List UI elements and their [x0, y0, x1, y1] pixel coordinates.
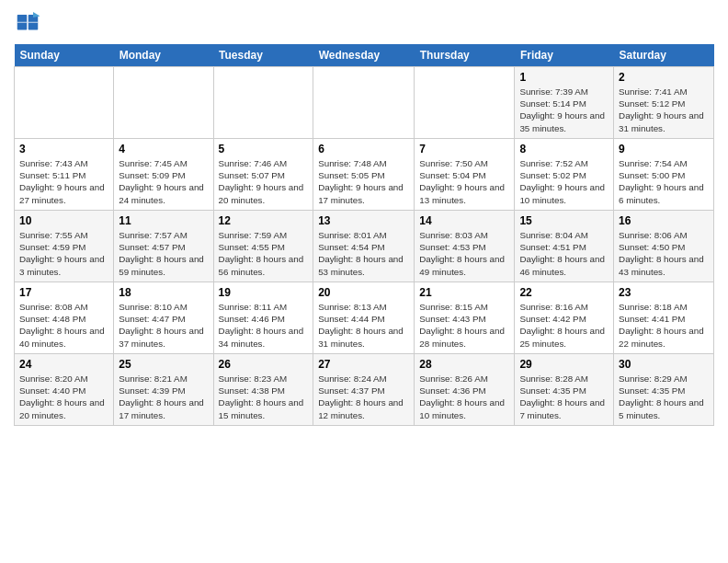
calendar-cell: 3Sunrise: 7:43 AM Sunset: 5:11 PM Daylig…	[15, 139, 114, 211]
calendar-header-row: SundayMondayTuesdayWednesdayThursdayFrid…	[15, 44, 714, 67]
calendar-cell: 19Sunrise: 8:11 AM Sunset: 4:46 PM Dayli…	[213, 282, 313, 354]
day-number: 19	[219, 286, 309, 299]
day-header-wednesday: Wednesday	[313, 44, 415, 67]
calendar-cell: 11Sunrise: 7:57 AM Sunset: 4:57 PM Dayli…	[114, 211, 213, 282]
day-info: Sunrise: 7:50 AM Sunset: 5:04 PM Dayligh…	[419, 157, 509, 206]
day-info: Sunrise: 7:46 AM Sunset: 5:07 PM Dayligh…	[219, 157, 309, 206]
day-number: 1	[519, 71, 609, 84]
calendar-cell: 1Sunrise: 7:39 AM Sunset: 5:14 PM Daylig…	[515, 67, 614, 139]
logo	[14, 9, 45, 37]
day-info: Sunrise: 7:57 AM Sunset: 4:57 PM Dayligh…	[119, 229, 208, 278]
calendar-cell: 24Sunrise: 8:20 AM Sunset: 4:40 PM Dayli…	[15, 354, 114, 426]
calendar-body: 1Sunrise: 7:39 AM Sunset: 5:14 PM Daylig…	[15, 67, 714, 426]
day-number: 5	[219, 143, 309, 155]
calendar-cell: 14Sunrise: 8:03 AM Sunset: 4:53 PM Dayli…	[415, 211, 515, 282]
day-info: Sunrise: 8:18 AM Sunset: 4:41 PM Dayligh…	[619, 301, 709, 350]
day-info: Sunrise: 7:39 AM Sunset: 5:14 PM Dayligh…	[519, 86, 609, 134]
day-number: 11	[119, 214, 208, 227]
logo-icon	[14, 9, 41, 37]
day-info: Sunrise: 8:10 AM Sunset: 4:47 PM Dayligh…	[119, 301, 208, 350]
week-row-4: 17Sunrise: 8:08 AM Sunset: 4:48 PM Dayli…	[15, 282, 714, 354]
day-info: Sunrise: 8:06 AM Sunset: 4:50 PM Dayligh…	[619, 229, 709, 278]
week-row-3: 10Sunrise: 7:55 AM Sunset: 4:59 PM Dayli…	[15, 211, 714, 282]
day-info: Sunrise: 8:29 AM Sunset: 4:35 PM Dayligh…	[619, 373, 709, 421]
day-info: Sunrise: 8:26 AM Sunset: 4:36 PM Dayligh…	[419, 373, 509, 421]
day-info: Sunrise: 8:15 AM Sunset: 4:43 PM Dayligh…	[419, 301, 509, 350]
calendar-cell: 28Sunrise: 8:26 AM Sunset: 4:36 PM Dayli…	[415, 354, 515, 426]
day-info: Sunrise: 7:54 AM Sunset: 5:00 PM Dayligh…	[619, 157, 709, 206]
day-number: 12	[219, 214, 309, 227]
day-info: Sunrise: 8:23 AM Sunset: 4:38 PM Dayligh…	[219, 373, 309, 421]
day-header-friday: Friday	[515, 44, 614, 67]
day-header-monday: Monday	[114, 44, 213, 67]
day-number: 9	[619, 143, 709, 155]
calendar-cell: 29Sunrise: 8:28 AM Sunset: 4:35 PM Dayli…	[515, 354, 614, 426]
day-number: 30	[619, 358, 709, 371]
week-row-2: 3Sunrise: 7:43 AM Sunset: 5:11 PM Daylig…	[15, 139, 714, 211]
day-info: Sunrise: 8:16 AM Sunset: 4:42 PM Dayligh…	[519, 301, 609, 350]
day-info: Sunrise: 8:08 AM Sunset: 4:48 PM Dayligh…	[19, 301, 108, 350]
calendar-cell: 2Sunrise: 7:41 AM Sunset: 5:12 PM Daylig…	[614, 67, 714, 139]
calendar-cell: 5Sunrise: 7:46 AM Sunset: 5:07 PM Daylig…	[213, 139, 313, 211]
calendar-cell: 10Sunrise: 7:55 AM Sunset: 4:59 PM Dayli…	[15, 211, 114, 282]
day-number: 14	[419, 214, 509, 227]
calendar-cell: 18Sunrise: 8:10 AM Sunset: 4:47 PM Dayli…	[114, 282, 213, 354]
day-header-tuesday: Tuesday	[213, 44, 313, 67]
calendar-cell: 23Sunrise: 8:18 AM Sunset: 4:41 PM Dayli…	[614, 282, 714, 354]
day-number: 2	[619, 71, 709, 84]
day-number: 7	[419, 143, 509, 155]
day-number: 20	[318, 286, 409, 299]
calendar-cell: 25Sunrise: 8:21 AM Sunset: 4:39 PM Dayli…	[114, 354, 213, 426]
day-number: 15	[519, 214, 609, 227]
calendar-cell: 6Sunrise: 7:48 AM Sunset: 5:05 PM Daylig…	[313, 139, 415, 211]
day-number: 16	[619, 214, 709, 227]
day-number: 4	[119, 143, 208, 155]
day-number: 21	[419, 286, 509, 299]
calendar-cell: 15Sunrise: 8:04 AM Sunset: 4:51 PM Dayli…	[515, 211, 614, 282]
calendar-cell: 16Sunrise: 8:06 AM Sunset: 4:50 PM Dayli…	[614, 211, 714, 282]
calendar-cell: 8Sunrise: 7:52 AM Sunset: 5:02 PM Daylig…	[515, 139, 614, 211]
day-header-thursday: Thursday	[415, 44, 515, 67]
calendar-cell	[415, 67, 515, 139]
day-info: Sunrise: 8:01 AM Sunset: 4:54 PM Dayligh…	[318, 229, 409, 278]
day-info: Sunrise: 8:28 AM Sunset: 4:35 PM Dayligh…	[519, 373, 609, 421]
day-header-sunday: Sunday	[15, 44, 114, 67]
calendar-cell: 21Sunrise: 8:15 AM Sunset: 4:43 PM Dayli…	[415, 282, 515, 354]
calendar-cell: 27Sunrise: 8:24 AM Sunset: 4:37 PM Dayli…	[313, 354, 415, 426]
calendar-cell	[114, 67, 213, 139]
day-number: 18	[119, 286, 208, 299]
day-number: 17	[19, 286, 108, 299]
calendar-cell: 13Sunrise: 8:01 AM Sunset: 4:54 PM Dayli…	[313, 211, 415, 282]
calendar-cell	[313, 67, 415, 139]
day-number: 25	[119, 358, 208, 371]
day-info: Sunrise: 7:43 AM Sunset: 5:11 PM Dayligh…	[19, 157, 108, 206]
day-info: Sunrise: 7:59 AM Sunset: 4:55 PM Dayligh…	[219, 229, 309, 278]
calendar-cell: 20Sunrise: 8:13 AM Sunset: 4:44 PM Dayli…	[313, 282, 415, 354]
calendar-cell: 17Sunrise: 8:08 AM Sunset: 4:48 PM Dayli…	[15, 282, 114, 354]
day-number: 22	[519, 286, 609, 299]
day-number: 29	[519, 358, 609, 371]
day-number: 28	[419, 358, 509, 371]
day-info: Sunrise: 8:24 AM Sunset: 4:37 PM Dayligh…	[318, 373, 409, 421]
day-info: Sunrise: 7:45 AM Sunset: 5:09 PM Dayligh…	[119, 157, 208, 206]
day-info: Sunrise: 7:48 AM Sunset: 5:05 PM Dayligh…	[318, 157, 409, 206]
day-number: 8	[519, 143, 609, 155]
calendar-cell: 7Sunrise: 7:50 AM Sunset: 5:04 PM Daylig…	[415, 139, 515, 211]
day-info: Sunrise: 8:21 AM Sunset: 4:39 PM Dayligh…	[119, 373, 208, 421]
day-number: 3	[19, 143, 108, 155]
calendar-cell	[213, 67, 313, 139]
day-info: Sunrise: 8:11 AM Sunset: 4:46 PM Dayligh…	[219, 301, 309, 350]
day-number: 23	[619, 286, 709, 299]
day-number: 13	[318, 214, 409, 227]
day-info: Sunrise: 8:03 AM Sunset: 4:53 PM Dayligh…	[419, 229, 509, 278]
calendar-cell: 9Sunrise: 7:54 AM Sunset: 5:00 PM Daylig…	[614, 139, 714, 211]
calendar-cell: 22Sunrise: 8:16 AM Sunset: 4:42 PM Dayli…	[515, 282, 614, 354]
calendar-table: SundayMondayTuesdayWednesdayThursdayFrid…	[14, 44, 714, 426]
calendar-cell: 30Sunrise: 8:29 AM Sunset: 4:35 PM Dayli…	[614, 354, 714, 426]
day-info: Sunrise: 7:55 AM Sunset: 4:59 PM Dayligh…	[19, 229, 108, 278]
day-info: Sunrise: 7:52 AM Sunset: 5:02 PM Dayligh…	[519, 157, 609, 206]
day-number: 27	[318, 358, 409, 371]
calendar-cell	[15, 67, 114, 139]
day-number: 26	[219, 358, 309, 371]
day-number: 6	[318, 143, 409, 155]
